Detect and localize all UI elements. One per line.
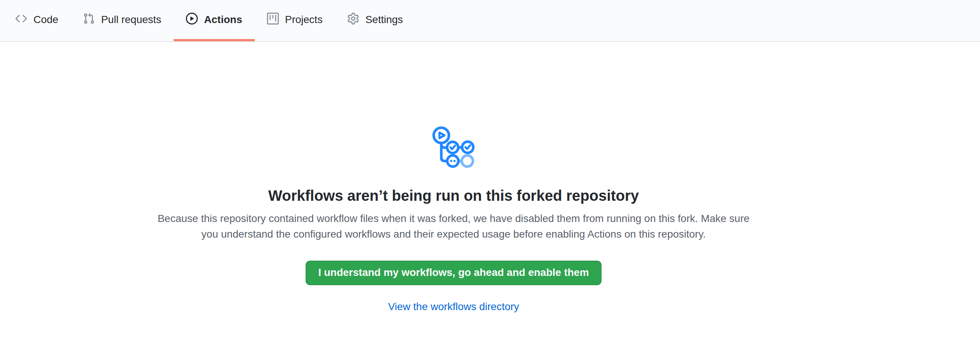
repo-tab-nav: Code Pull requests Actions Projects Sett… xyxy=(0,0,980,42)
workflows-disabled-blankslate: Workflows aren’t being run on this forke… xyxy=(0,125,907,313)
project-board-icon xyxy=(267,13,279,26)
tab-settings-label: Settings xyxy=(366,14,403,25)
tab-actions[interactable]: Actions xyxy=(173,0,255,41)
tab-pull-requests-label: Pull requests xyxy=(101,14,161,25)
tab-code-label: Code xyxy=(33,14,58,25)
view-workflows-directory-link[interactable]: View the workflows directory xyxy=(388,301,519,313)
tab-pull-requests[interactable]: Pull requests xyxy=(71,0,173,41)
gear-icon xyxy=(347,13,359,26)
tab-code[interactable]: Code xyxy=(3,0,71,41)
workflow-graph-icon xyxy=(432,125,476,168)
play-circle-icon xyxy=(186,13,198,26)
tab-settings[interactable]: Settings xyxy=(335,0,415,41)
blankslate-title: Workflows aren’t being run on this forke… xyxy=(0,187,907,205)
git-pull-request-icon xyxy=(83,13,95,26)
tab-projects[interactable]: Projects xyxy=(255,0,335,41)
actions-main-content: Workflows aren’t being run on this forke… xyxy=(0,125,907,313)
tab-projects-label: Projects xyxy=(285,14,323,25)
tab-actions-label: Actions xyxy=(204,14,242,25)
enable-workflows-button[interactable]: I understand my workflows, go ahead and … xyxy=(305,260,601,285)
code-icon xyxy=(15,13,27,26)
blankslate-description: Because this repository contained workfl… xyxy=(149,211,759,242)
